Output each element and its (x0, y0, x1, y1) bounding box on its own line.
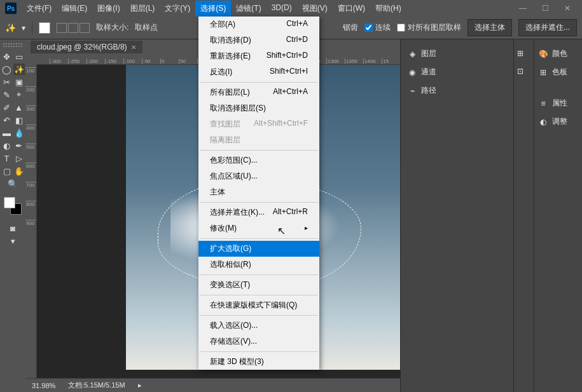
menubar: Ps 文件(F)编辑(E)图像(I)图层(L)文字(Y)选择(S)滤镜(T)3D… (0, 0, 582, 17)
sample-all-input[interactable] (397, 24, 405, 32)
panel-channels[interactable]: ◉通道 (406, 63, 508, 81)
color-swatches[interactable] (4, 197, 22, 215)
blur-tool[interactable]: 💧 (13, 127, 25, 139)
sample-all-layers-checkbox[interactable]: 对所有图层取样 (397, 22, 461, 33)
sample-add-icon[interactable] (57, 23, 67, 33)
panel-adjustments[interactable]: ◐调整 (537, 112, 579, 131)
select-subject-button[interactable]: 选择主体 (468, 19, 512, 36)
sample-subtract-icon[interactable] (68, 23, 78, 33)
toolbox-grip[interactable] (3, 43, 22, 47)
menu-4[interactable]: 文字(Y) (160, 1, 195, 17)
screen-mode-icon[interactable]: ▾ (7, 235, 18, 247)
menu-item-全部(A)[interactable]: 全部(A)Ctrl+A (198, 17, 319, 32)
menu-3[interactable]: 图层(L) (125, 1, 160, 17)
menu-7[interactable]: 3D(D) (267, 1, 297, 17)
sample-point-label[interactable]: 取样点 (135, 22, 158, 33)
pen-tool[interactable]: ✒ (13, 140, 25, 151)
swatches-icon: ⊞ (538, 67, 548, 78)
navigator-icon: ⊡ (515, 66, 525, 76)
menu-8[interactable]: 视图(V) (297, 1, 333, 17)
menu-item-所有图层(L)[interactable]: 所有图层(L)Alt+Ctrl+A (198, 84, 319, 100)
lasso-tool[interactable]: ◯ (1, 64, 13, 75)
spot-heal-tool[interactable]: ⌖ (13, 89, 25, 100)
menu-item-取消选择(D)[interactable]: 取消选择(D)Ctrl+D (198, 32, 319, 48)
panel-strip-icon-2[interactable]: ⊡ (514, 62, 534, 80)
ruler-vertical[interactable]: 100200300400500600700800900 (25, 65, 37, 378)
move-tool[interactable]: ✥ (1, 51, 13, 62)
sample-mode-new[interactable] (39, 22, 50, 34)
menu-item-存储选区(V)...[interactable]: 存储选区(V)... (198, 334, 319, 349)
hand-tool[interactable]: ✋ (13, 165, 25, 177)
contiguous-checkbox[interactable]: 连续 (364, 22, 391, 33)
menu-item-扩大选取(G)[interactable]: 扩大选取(G) (198, 241, 319, 257)
history-brush-tool[interactable]: ↶ (1, 114, 13, 126)
sample-intersect-icon[interactable] (80, 23, 90, 33)
menu-item-变换选区(T)[interactable]: 变换选区(T) (198, 277, 319, 293)
doc-info[interactable]: 文档:5.15M/5.15M (68, 381, 125, 390)
zoom-tool[interactable]: 🔍 (7, 178, 18, 189)
antialias-partial-label: 锯齿 (343, 22, 358, 33)
maximize-icon[interactable]: ☐ (538, 3, 553, 14)
menu-2[interactable]: 图像(I) (92, 1, 125, 17)
minimize-icon[interactable]: — (515, 3, 530, 14)
foreground-color[interactable] (4, 197, 15, 208)
dodge-tool[interactable]: ◐ (1, 140, 13, 151)
select-and-mask-button[interactable]: 选择并遮住... (518, 19, 577, 36)
gradient-tool[interactable]: ▬ (1, 127, 13, 139)
panel-strip-icon-1[interactable]: ⊞ (514, 44, 534, 62)
status-arrow-icon[interactable]: ▸ (138, 381, 142, 389)
menu-item-重新选择(E)[interactable]: 重新选择(E)Shift+Ctrl+D (198, 48, 319, 64)
dropdown-arrow-icon[interactable]: ▾ (22, 24, 25, 32)
clone-stamp-tool[interactable]: ▲ (13, 102, 25, 113)
panel-layers[interactable]: ◈图层 (406, 44, 508, 63)
document-tab[interactable]: cloud.jpeg @ 32%(RGB/8) ✕ (31, 41, 142, 53)
panel-strip-2: ⊞ ⊡ (513, 39, 534, 392)
color-icon: 🎨 (538, 49, 548, 59)
menu-item-隔离图层: 隔离图层 (198, 132, 319, 148)
sample-mode-group (57, 23, 90, 33)
select-menu-dropdown: 全部(A)Ctrl+A取消选择(D)Ctrl+D重新选择(E)Shift+Ctr… (198, 17, 319, 370)
menu-item-选取相似(R)[interactable]: 选取相似(R) (198, 257, 319, 273)
menu-item-载入选区(O)...[interactable]: 载入选区(O)... (198, 318, 319, 334)
eyedropper-tool[interactable]: ✎ (1, 89, 13, 100)
menu-item-色彩范围(C)...[interactable]: 色彩范围(C)... (198, 152, 319, 168)
ps-logo: Ps (5, 3, 17, 14)
panel-color[interactable]: 🎨颜色 (537, 44, 579, 63)
panel-paths[interactable]: ⌁路径 (406, 81, 508, 100)
menu-9[interactable]: 窗口(W) (333, 1, 370, 17)
ruler-origin[interactable] (25, 55, 37, 65)
frame-tool[interactable]: ▣ (13, 76, 25, 88)
marquee-tool[interactable]: ▭ (13, 51, 25, 62)
menu-item-新建 3D 模型(3)[interactable]: 新建 3D 模型(3) (198, 354, 319, 370)
type-tool[interactable]: T (1, 152, 13, 164)
menu-6[interactable]: 滤镜(T) (231, 1, 266, 17)
menu-item-选择并遮住(K)...[interactable]: 选择并遮住(K)...Alt+Ctrl+R (198, 205, 319, 220)
menu-0[interactable]: 文件(F) (22, 1, 57, 17)
brush-tool[interactable]: ✐ (1, 102, 13, 113)
paths-icon: ⌁ (407, 86, 417, 96)
path-select-tool[interactable]: ▷ (13, 152, 25, 164)
menu-1[interactable]: 编辑(E) (57, 1, 92, 17)
menu-item-修改(M)[interactable]: 修改(M) (198, 220, 319, 236)
menu-5[interactable]: 选择(S) (195, 1, 231, 17)
menu-item-反选(I)[interactable]: 反选(I)Shift+Ctrl+I (198, 64, 319, 80)
status-bar: 31.98% 文档:5.15M/5.15M ▸ (25, 378, 400, 392)
zoom-level[interactable]: 31.98% (32, 382, 55, 389)
panel-swatches[interactable]: ⊞色板 (537, 63, 579, 81)
magic-wand-tool[interactable]: ✨ (13, 64, 25, 75)
tab-close-icon[interactable]: ✕ (131, 44, 136, 51)
menu-separator (200, 351, 318, 352)
menu-10[interactable]: 帮助(H) (370, 1, 406, 17)
eraser-tool[interactable]: ◧ (13, 114, 25, 126)
menu-separator (200, 295, 318, 295)
contiguous-input[interactable] (364, 24, 373, 32)
panel-properties[interactable]: ≡属性 (537, 94, 579, 112)
menu-item-焦点区域(U)...[interactable]: 焦点区域(U)... (198, 168, 319, 184)
close-icon[interactable]: ✕ (560, 3, 574, 14)
menu-item-主体[interactable]: 主体 (198, 184, 319, 200)
crop-tool[interactable]: ✂ (1, 76, 13, 88)
quick-mask-icon[interactable]: ◙ (7, 222, 18, 234)
menu-item-在快速蒙版模式下编辑(Q)[interactable]: 在快速蒙版模式下编辑(Q) (198, 297, 319, 313)
rectangle-tool[interactable]: ▢ (1, 165, 13, 177)
menu-item-取消选择图层(S)[interactable]: 取消选择图层(S) (198, 100, 319, 116)
